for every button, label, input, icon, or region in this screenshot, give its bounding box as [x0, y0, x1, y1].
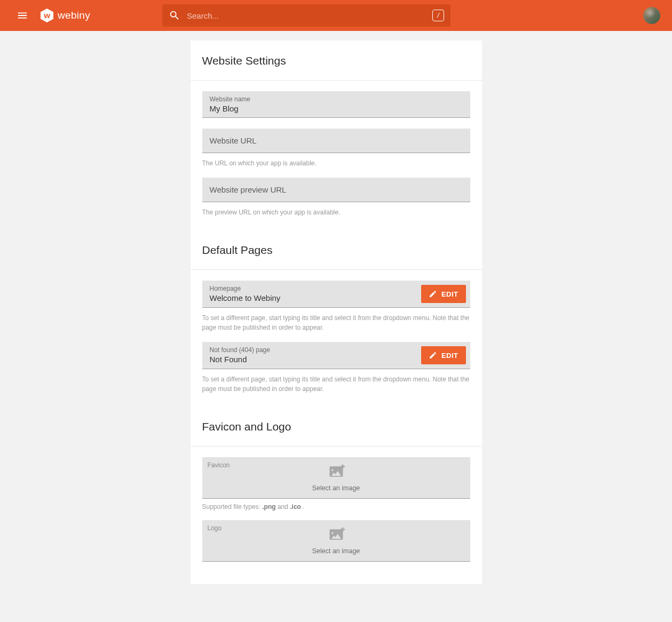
webiny-logo-icon: w	[39, 8, 54, 23]
edit-homepage-button[interactable]: EDIT	[421, 285, 466, 303]
field-value: Welcome to Webiny	[210, 293, 409, 302]
image-upload-icon	[328, 464, 345, 481]
field-label: Homepage	[210, 285, 409, 292]
logo-upload[interactable]: Logo Select an image	[202, 520, 470, 562]
search-bar[interactable]: /	[162, 4, 450, 27]
favicon-logo-body: Favicon Select an image Supported file t…	[191, 446, 482, 584]
helper-text: The preview URL on which your app is ava…	[202, 208, 470, 217]
favicon-upload[interactable]: Favicon Select an image	[202, 457, 470, 499]
menu-button[interactable]	[12, 5, 33, 26]
field-value: My Blog	[210, 104, 463, 113]
field-label: Website name	[210, 95, 463, 103]
upload-text: Select an image	[312, 547, 360, 555]
edit-label: EDIT	[441, 352, 458, 360]
upload-label: Logo	[208, 524, 222, 532]
svg-text:w: w	[43, 11, 50, 20]
website-url-field[interactable]: Website URL	[202, 129, 470, 153]
brand-name: webiny	[58, 10, 90, 21]
helper-text: To set a different page, start typing it…	[202, 313, 470, 332]
section-title-favicon: Favicon and Logo	[191, 415, 482, 446]
image-upload-icon	[328, 527, 345, 544]
field-value: Not Found	[210, 355, 409, 364]
website-name-field[interactable]: Website name My Blog	[202, 91, 470, 118]
edit-notfound-button[interactable]: EDIT	[421, 346, 466, 364]
search-input[interactable]	[187, 11, 426, 20]
edit-label: EDIT	[441, 290, 458, 298]
pencil-icon	[429, 351, 437, 360]
field-label: Website preview URL	[210, 185, 463, 194]
favicon-helper: Supported file types: .png and .ico .	[202, 503, 470, 511]
app-header: w webiny /	[0, 0, 672, 31]
website-preview-url-field[interactable]: Website preview URL	[202, 178, 470, 202]
homepage-field[interactable]: Homepage Welcome to Webiny EDIT	[202, 281, 470, 308]
default-pages-body: Homepage Welcome to Webiny EDIT To set a…	[191, 270, 482, 415]
field-label: Not found (404) page	[210, 346, 409, 354]
brand-logo: w webiny	[39, 8, 90, 23]
shortcut-key-badge: /	[432, 10, 444, 21]
section-title-website: Website Settings	[191, 41, 482, 80]
upload-text: Select an image	[312, 484, 360, 492]
helper-text: To set a different page, start typing it…	[202, 374, 470, 394]
field-label: Website URL	[210, 136, 463, 145]
search-icon	[169, 10, 180, 21]
pencil-icon	[429, 290, 437, 298]
section-title-pages: Default Pages	[191, 238, 482, 269]
settings-panel: Website Settings Website name My Blog We…	[191, 41, 482, 584]
upload-label: Favicon	[208, 461, 230, 469]
website-settings-body: Website name My Blog Website URL The URL…	[191, 81, 482, 238]
helper-text: The URL on which your app is available.	[202, 158, 470, 168]
user-avatar[interactable]	[643, 7, 660, 24]
notfound-field[interactable]: Not found (404) page Not Found EDIT	[202, 342, 470, 369]
hamburger-icon	[17, 10, 28, 21]
